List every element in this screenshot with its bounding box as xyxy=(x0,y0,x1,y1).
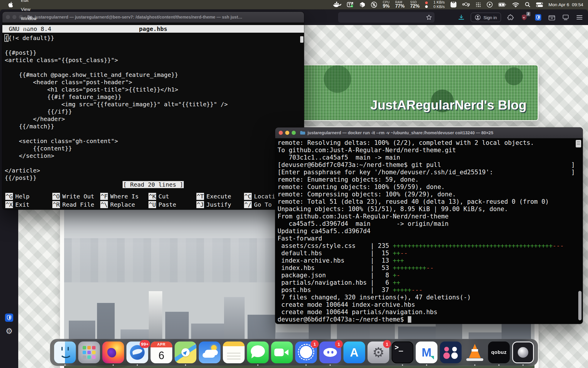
calendar-dock-icon[interactable]: APR6 xyxy=(151,342,172,363)
battery-icon[interactable] xyxy=(498,3,507,7)
terminal-line: post.hbs | 37 +++++--- xyxy=(278,286,583,294)
archive-icon[interactable] xyxy=(547,13,556,22)
nano-line xyxy=(5,160,303,167)
running-indicator-dot xyxy=(137,364,138,366)
network-activity-dots[interactable] xyxy=(425,1,428,8)
menu-hamburger-icon[interactable] xyxy=(575,13,584,22)
signal-dock-icon[interactable]: 1 xyxy=(295,342,317,363)
terminal-line: create mode 100644 index-archive.hbs xyxy=(278,301,583,309)
nano-line xyxy=(5,42,303,49)
play-circle-menubar-icon[interactable] xyxy=(487,1,493,8)
terminal-line: remote: Counting objects: 100% (59/59), … xyxy=(278,183,583,191)
nano-shortcut-cut: ^KCut xyxy=(148,193,196,200)
adblock-shield-icon[interactable]: 2 xyxy=(520,13,529,22)
mic-off-menubar-icon[interactable] xyxy=(371,1,377,8)
maps-dock-icon[interactable] xyxy=(175,342,196,363)
menubar-menu-help[interactable]: Help xyxy=(17,23,43,32)
nano-line: <header class="post-header"> xyxy=(5,79,303,86)
nano-line: {{/match}} xyxy=(5,123,303,130)
nano-shortcut-where-is: ^FWhere Is xyxy=(100,193,148,200)
terminal-cursor xyxy=(408,316,411,323)
devices-icon[interactable] xyxy=(561,13,570,22)
launchpad-dock-icon[interactable] xyxy=(78,342,100,363)
screenshot-dock-icon[interactable] xyxy=(512,342,534,363)
grid-menubar-icon[interactable] xyxy=(476,2,481,7)
nano-line: <h1 class="post-title">{{title}}</h1> xyxy=(5,86,303,93)
mapp-icon: M xyxy=(416,342,437,363)
terminal-line: index-archive.hbs | 13 +++ xyxy=(278,257,583,264)
zoom-button[interactable] xyxy=(292,131,296,135)
apple-menu-icon[interactable] xyxy=(4,2,17,7)
running-indicator-dot xyxy=(185,364,186,366)
docker-terminal-output[interactable]: remote: Resolving deltas: 100% (2/2), co… xyxy=(275,138,583,324)
running-indicator-dot xyxy=(522,364,524,366)
docker-menubar-icon[interactable] xyxy=(333,2,341,7)
control-center-icon[interactable] xyxy=(536,2,543,7)
docker-window-titlebar[interactable]: justaregularnerd — docker run -it --rm -… xyxy=(275,127,583,138)
nano-text-buffer: {{!< default}} {{#post}}<article class="… xyxy=(2,33,304,182)
finder-dock-icon[interactable] xyxy=(54,342,76,363)
nano-line xyxy=(5,130,303,137)
network-speed[interactable]: 1 KB/s0 KB/s xyxy=(433,0,445,9)
messages-icon xyxy=(247,342,269,363)
terminal-dock-icon[interactable]: >_ xyxy=(392,342,413,363)
duoapp-icon xyxy=(440,342,462,363)
qobuz-dock-icon[interactable]: qobuz xyxy=(488,342,510,363)
terminal-line: default.hbs | 15 ++-- xyxy=(278,250,583,257)
sidebar-settings-gear-icon[interactable]: ⚙ xyxy=(6,327,13,335)
nano-editor[interactable]: GNU nano 8.4 page.hbs {{!< default}} {{#… xyxy=(2,23,304,210)
duo-figures-dock-icon[interactable] xyxy=(440,342,462,363)
cpu-stat[interactable]: CPU9% xyxy=(383,1,390,9)
browser-url-bar[interactable] xyxy=(338,12,435,23)
m-downloader-dock-icon[interactable]: M xyxy=(416,342,437,363)
docker-window-title: justaregularnerd — docker run -it --rm -… xyxy=(308,130,579,135)
terminal-line: remote: Enumerating objects: 59, done. xyxy=(278,176,583,183)
mail-menubar-icon[interactable] xyxy=(450,1,457,8)
shard-menubar-icon[interactable] xyxy=(360,2,365,8)
downloads-icon[interactable] xyxy=(457,13,466,22)
firefox-dock-icon[interactable] xyxy=(102,342,124,363)
browser-toolbar-actions: Sign in 2 xyxy=(457,12,584,23)
nano-line: {{/post}} xyxy=(5,174,303,182)
facetime-dock-icon[interactable] xyxy=(271,342,293,363)
vlc-dock-icon[interactable] xyxy=(464,342,486,363)
minimize-button[interactable] xyxy=(285,131,289,135)
notes-dock-icon[interactable] xyxy=(223,342,245,363)
nano-header-bar: GNU nano 8.4 page.hbs xyxy=(2,25,304,33)
nano-terminal-window: justaregularnerd — justaregularnerd@ben-… xyxy=(2,12,304,210)
circles-check-menubar-icon[interactable] xyxy=(462,2,470,7)
menubar-menu-edit[interactable]: Edit xyxy=(17,0,43,5)
ram-stat[interactable]: RAM77% xyxy=(395,1,405,9)
nano-shortcut-bar: ^GHelp^OWrite Out^FWhere Is^KCut^TExecut… xyxy=(5,193,304,208)
nano-scrollbar-thumb[interactable] xyxy=(300,36,303,43)
bitwarden-sidebar-icon[interactable] xyxy=(5,314,13,322)
terminal-scrollbar-thumb[interactable] xyxy=(578,291,582,320)
terminal-line: [Enter passphrase for key '/home/devuser… xyxy=(278,169,583,176)
bookmark-star-icon[interactable] xyxy=(426,14,432,20)
extensions-puzzle-icon[interactable] xyxy=(506,13,515,22)
terminal-line: assets/css/style.css | 235 +++++++++++++… xyxy=(278,242,583,250)
menubar-clock[interactable]: Mon Apr 609:54 xyxy=(549,2,583,7)
system-settings-dock-icon[interactable]: ⚙1 xyxy=(368,342,389,363)
weather-dock-icon[interactable] xyxy=(199,342,220,363)
menubar-menu-view[interactable]: View xyxy=(17,5,43,14)
t-app-menubar-icon[interactable] xyxy=(347,1,354,8)
bitwarden-toolbar-icon[interactable] xyxy=(534,13,542,22)
proxy-folder-icon xyxy=(300,131,305,135)
messages-dock-icon[interactable] xyxy=(247,342,269,363)
terminal-scroll-widget[interactable] xyxy=(576,140,581,147)
discord-dock-icon[interactable]: 1 xyxy=(319,342,341,363)
sign-in-button[interactable]: Sign in xyxy=(471,13,501,22)
nano-window-titlebar[interactable]: justaregularnerd — justaregularnerd@ben-… xyxy=(2,12,304,23)
close-button[interactable] xyxy=(279,131,283,135)
menubar-menu-window[interactable]: Window xyxy=(17,14,43,23)
spotlight-search-icon[interactable] xyxy=(525,2,530,7)
wifi-icon[interactable] xyxy=(512,2,519,7)
app-store-dock-icon[interactable]: A xyxy=(343,342,365,363)
ssd-stat[interactable]: SSD72% xyxy=(410,1,420,9)
nano-shortcut-replace: ^\Replace xyxy=(100,201,148,208)
app-menus: TerminalShellEditViewWindowHelp xyxy=(17,0,43,32)
terminal-line: 7 files changed, 320 insertions(+), 47 d… xyxy=(278,294,583,301)
thunderbird-dock-icon[interactable]: 99+ xyxy=(126,342,148,363)
finder-icon xyxy=(54,342,76,363)
